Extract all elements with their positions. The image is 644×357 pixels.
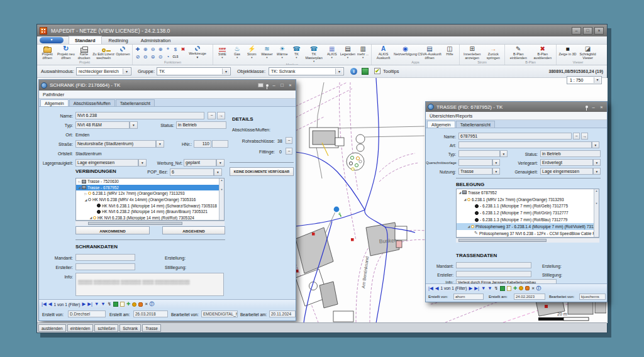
- typ-dropdown[interactable]: [130, 121, 138, 129]
- tree-row[interactable]: - 6.238.1.1 (Micropipe 7 mm) (Rot/Gelb) …: [457, 203, 599, 210]
- flash-icon[interactable]: [494, 286, 498, 291]
- select-icon[interactable]: ⌖: [167, 46, 170, 52]
- tree-vscrollbar[interactable]: ▲▼: [594, 189, 599, 237]
- hnr-zusatz-field[interactable]: [212, 140, 228, 148]
- gas-button[interactable]: ♨Gas▾: [230, 45, 245, 63]
- nutzung-dropdown[interactable]: [492, 168, 500, 175]
- tree-hscrollbar[interactable]: [75, 221, 225, 226]
- flash-icon[interactable]: [108, 302, 111, 307]
- alkis-button[interactable]: ▦ALKIS▾: [325, 45, 340, 63]
- verbindungen-tree[interactable]: ▷Trasse - 7520630 ◢Trasse - 6787952 ▷6.2…: [75, 178, 225, 221]
- alkis-auskunft-button[interactable]: AALKIS Auskunft: [373, 45, 394, 60]
- tree-expander[interactable]: ▷: [84, 192, 88, 195]
- tk-button[interactable]: ☎TK▾: [290, 45, 304, 63]
- tree-row[interactable]: ◢HK NVt 6.238 (MRV 4x 14mm) (Orange/Oran…: [76, 197, 224, 203]
- tree-vscrollbar[interactable]: ▲▼: [219, 178, 224, 220]
- minimize-icon[interactable]: –: [572, 27, 581, 35]
- zoom-in-icon[interactable]: ⊕: [143, 47, 148, 52]
- goto-button[interactable]: →: [217, 112, 225, 119]
- info-textarea[interactable]: ▒▒▒▒▒ ▒▒▒▒▒▒▒▒▒ ▒▒▒▒▒▒▒ ▒▒▒▒ ▒▒▒▒▒▒▒▒▒▒▒…: [75, 273, 224, 296]
- excel-export-icon[interactable]: [113, 302, 118, 307]
- taskbar-item-ausblenden[interactable]: ausblenden: [38, 324, 66, 332]
- waerme-button[interactable]: ☀Wärme▾: [275, 45, 290, 63]
- karte-drucken-button[interactable]: Karte drucken: [75, 45, 92, 60]
- delete-icon[interactable]: ✖: [181, 47, 186, 52]
- verlegeart-field[interactable]: Erdverlegt: [540, 159, 593, 166]
- tooltips-checkbox[interactable]: ✔: [374, 68, 380, 74]
- mehr-button[interactable]: ▥mehr ...▾: [356, 45, 370, 63]
- tab-administration[interactable]: Administration: [135, 36, 177, 44]
- legenden-button[interactable]: ▤Legenden▾: [340, 45, 357, 63]
- status-field[interactable]: in Betrieb: [176, 121, 226, 129]
- mandant-field[interactable]: [456, 262, 531, 268]
- edit-lizenz-button[interactable]: Zu Edit Lizenz wechseln: [92, 45, 115, 60]
- typ-dropdown[interactable]: [500, 150, 508, 157]
- minimize-icon[interactable]: –: [271, 82, 277, 88]
- taskbar-item-schliessen[interactable]: schließen: [94, 324, 118, 332]
- tree-row-selected[interactable]: ◢Trasse - 6787952: [76, 185, 224, 191]
- close-icon[interactable]: ×: [287, 82, 293, 88]
- pan-icon[interactable]: ✚: [136, 47, 140, 52]
- zoom-out2-icon[interactable]: ⊖: [143, 54, 148, 60]
- users-icon[interactable]: [525, 286, 530, 290]
- art-dropdown[interactable]: [592, 141, 599, 148]
- abgehend-button[interactable]: ABGEHEND: [162, 226, 225, 234]
- werbung-dropdown[interactable]: [216, 159, 225, 167]
- tree-row[interactable]: - 6.238.1.2 (Micropipe 7 mm) (Rot/Grün) …: [457, 209, 599, 216]
- minus-button[interactable]: −: [573, 133, 580, 140]
- taskbar-item-schrank[interactable]: Schrank: [119, 324, 141, 332]
- remove-filter-icon[interactable]: [145, 302, 147, 307]
- hilfe-button[interactable]: ◫Hilfe: [442, 45, 457, 60]
- auswahlmodus-select[interactable]: rechteckiger Bereich: [76, 67, 131, 75]
- mandant-field[interactable]: [75, 254, 135, 261]
- tab-standard[interactable]: Standard: [69, 36, 102, 44]
- strom-button[interactable]: ⚡Strom▾: [244, 45, 259, 63]
- strasse-dropdown[interactable]: [156, 140, 164, 148]
- belegung-tree[interactable]: ◢Trasse 6787952 ◢6.238.1 (MRV 12x 7mm) (…: [456, 189, 599, 238]
- previous-record-icon[interactable]: [48, 302, 52, 307]
- map-window-icon[interactable]: [362, 68, 369, 75]
- typ-field[interactable]: NVt 48 R&M: [75, 121, 130, 129]
- tree-expander[interactable]: ◢: [77, 185, 82, 189]
- add-icon[interactable]: [126, 302, 130, 307]
- dokumente-button[interactable]: KEINE DOKUMENTE VERFÜGBAR: [230, 167, 294, 176]
- tree-hscrollbar[interactable]: [456, 238, 599, 243]
- selected-object-marker[interactable]: [333, 206, 340, 212]
- trasse-dialog-titlebar[interactable]: TRASSE (FID: 6787952) - TK – ×: [426, 102, 607, 112]
- filter-edit-icon[interactable]: [487, 286, 492, 291]
- lagegenauigkeit-field[interactable]: Lage eingemessen: [75, 159, 138, 167]
- tree-expander[interactable]: ◢: [89, 216, 93, 219]
- verlegeart-dropdown[interactable]: [593, 159, 601, 166]
- tab-abschluesse-muffen[interactable]: Abschlüsse/Muffen: [69, 99, 115, 106]
- excel-export-icon[interactable]: [500, 286, 505, 291]
- measure-icon[interactable]: ◔: [167, 54, 170, 60]
- minimize-icon[interactable]: –: [591, 104, 596, 110]
- tree-row[interactable]: HK NVt 6.238.2 (Micropipe 14 mm) (Braun/…: [76, 209, 224, 215]
- first-record-icon[interactable]: [42, 302, 47, 307]
- tk-masterplan-button[interactable]: ☎TK Masterplan▾: [303, 45, 325, 63]
- snapshot-icon[interactable]: [258, 83, 264, 87]
- strasse-field[interactable]: Neutorstraße (Stadtzentrum): [75, 140, 156, 148]
- tab-redlining[interactable]: Redlining: [103, 36, 134, 44]
- zoom-select-icon[interactable]: ⊙: [158, 54, 163, 60]
- rohr-minus-button[interactable]: −: [286, 137, 292, 144]
- lagegenauigkeit-dropdown[interactable]: [138, 159, 147, 167]
- app-menu-button[interactable]: ▾: [40, 37, 64, 43]
- genauigkeit-dropdown[interactable]: [593, 168, 601, 175]
- pin-icon[interactable]: [586, 106, 588, 108]
- wasser-button[interactable]: ≋Wasser▾: [259, 45, 275, 63]
- ersteller-field[interactable]: [75, 263, 135, 270]
- tab-allgemein[interactable]: Allgemein: [40, 99, 69, 106]
- projekt-oeffnen-button[interactable]: Projekt öffnen: [38, 45, 56, 60]
- tree-row[interactable]: ◢HK NVt 6.238.3 (Micropipe 14 mm) (Rot/R…: [76, 215, 224, 221]
- filter-icon[interactable]: [94, 302, 99, 307]
- next-record-icon[interactable]: [469, 286, 472, 291]
- querschnittsvorlage-dropdown[interactable]: [492, 159, 500, 166]
- tree-row[interactable]: Philosophenweg 37 NVt 6.238 - 12Fx - CCM…: [457, 230, 599, 237]
- scale-select[interactable]: 1 : 750: [567, 76, 602, 84]
- next-record-icon[interactable]: [82, 302, 86, 307]
- ankommend-button[interactable]: ANKOMMEND: [75, 226, 150, 234]
- tab-tabellenansicht[interactable]: Tabellenansicht: [116, 99, 155, 106]
- zurueck-springen-button[interactable]: →Zurück springen: [483, 45, 503, 60]
- pathfinder-menu[interactable]: Pathfinder: [39, 91, 296, 99]
